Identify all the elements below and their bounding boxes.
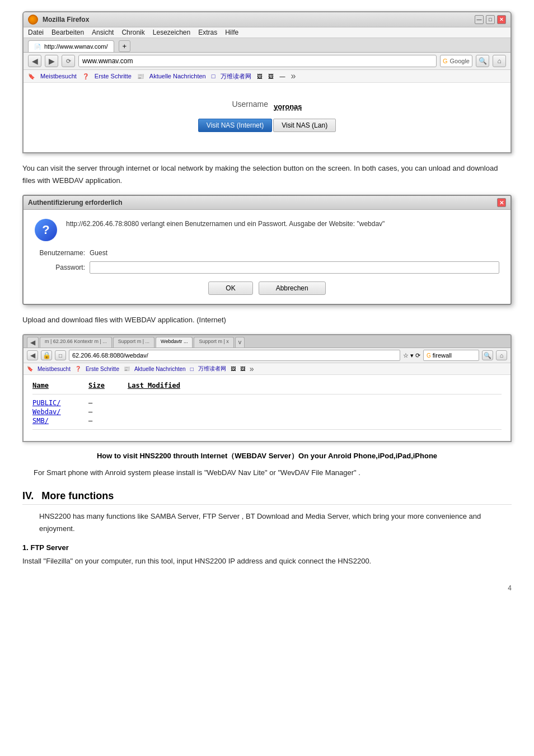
webdav-bm-wanwei-text[interactable]: 万维读者网 [198,365,226,373]
forward-button[interactable]: ▶ [45,55,58,67]
dialog-titlebar: Authentifizierung erforderlich ✕ [24,196,510,210]
webdav-back-button[interactable]: ◀ [27,350,38,360]
tab-label-1: http://www.wwnav.com/ [44,43,108,50]
row-webdav-name[interactable]: Webdav/ [32,408,77,416]
username-label: Username [232,100,268,109]
table-divider [32,394,502,395]
reload-button[interactable]: ⟳ [62,55,75,67]
webdav-home-button[interactable]: ⌂ [496,350,507,360]
maximize-button[interactable]: □ [486,15,495,24]
webdav-tab-1[interactable]: m | 62.20.66 Kontextr m | ... [40,337,112,348]
row-smb-name[interactable]: SMB/ [32,417,77,425]
toolbar-1: ◀ ▶ ⟳ G Google 🔍 ⌂ [24,53,510,70]
webdav-tab-2[interactable]: Support m | ... [113,337,154,348]
section-iv-body: HNS2200 has many functions like SAMBA Se… [39,510,512,535]
ok-button[interactable]: OK [208,281,252,295]
back-button[interactable]: ◀ [28,55,41,67]
menu-lesezeichen[interactable]: Lesezeichen [153,29,190,36]
webdav-bm-erste[interactable]: Erste Schritte [86,366,119,372]
intro-text: You can visit the server through interne… [22,162,512,187]
table-row: PUBLIC/ – [32,399,502,407]
search-button[interactable]: 🔍 [476,55,489,67]
visit-internet-button[interactable]: Visit NAS (Internet) [198,119,272,132]
webdav-tab-back[interactable]: ◀ [27,337,39,348]
dialog-buttons: OK Abbrechen [35,281,499,295]
firefox-icon [28,15,38,25]
new-tab-button[interactable]: + [119,40,131,52]
webdav-nachrichten-icon: 📰 [124,366,130,372]
subsection-1-body: Install "Filezilla" on your computer, ru… [22,555,512,567]
webdav-tab-icon: □ [55,350,66,360]
menu-hilfe[interactable]: Hilfe [225,29,238,36]
col-size-header: Size [88,382,116,389]
bookmark-dash: — [279,73,285,79]
menu-datei[interactable]: Datei [28,29,44,36]
webdav-bm-wanwei[interactable]: □ [190,366,194,372]
username-field-row: Benutzername: Guest [35,249,499,257]
webdav-content: Name Size Last Modified PUBLIC/ – Webdav… [24,375,510,441]
dialog-fields: Benutzername: Guest Passwort: [35,249,499,274]
refresh-icon: ⟳ [415,352,420,359]
menu-extras[interactable]: Extras [198,29,217,36]
webdav-bookmarks-bar: 🔖 Meistbesucht ❓ Erste Schritte 📰 Aktuel… [24,363,510,375]
subsection-1-title: FTP Server [30,543,68,552]
section-iv-title: More functions [41,490,114,502]
dialog-title: Authentifizierung erforderlich [28,199,123,206]
home-button[interactable]: ⌂ [493,55,506,67]
close-button[interactable]: ✕ [497,15,506,24]
minimize-button[interactable]: — [475,15,484,24]
webdav-tab-3[interactable]: Webdavtr ... [156,337,193,348]
col-name-header: Name [32,382,77,389]
nachrichten-icon: 📰 [137,73,144,79]
cancel-button[interactable]: Abbrechen [259,281,326,295]
row-public-size: – [88,399,116,407]
menu-ansicht[interactable]: Ansicht [92,29,114,36]
dialog-close-button[interactable]: ✕ [497,198,506,207]
bookmark-meistbesucht[interactable]: Meistbesucht [40,73,77,79]
webdav-bm-img1: 🖼 [231,366,236,372]
menu-bar-1: Datei Bearbeiten Ansicht Chronik Lesezei… [24,27,510,38]
webdav-bm-nachrichten[interactable]: Aktuelle Nachrichten [134,366,186,372]
webdav-tab-more[interactable]: v [235,337,245,348]
page-number: 4 [22,584,512,592]
bookmark-nachrichten[interactable]: Aktuelle Nachrichten [149,73,206,79]
webdav-address-bar[interactable] [69,350,400,361]
row-smb-size: – [88,417,116,425]
browser-content-1: Username yoronas Visit NAS (Internet) Vi… [24,83,510,152]
password-field-label: Passwort: [35,264,85,271]
subsection-1-num: 1. [22,543,29,552]
webdav-bm-img2: 🖼 [240,366,245,372]
webdav-bm-icon: 🔖 [27,366,33,372]
webdav-bm-more[interactable]: » [250,364,254,373]
section-iv-num: IV. [22,490,34,502]
browser-tab-1[interactable]: 📄 http://www.wwnav.com/ [28,40,114,52]
username-value: yoronas [274,102,302,111]
bookmark-wanwei[interactable]: □ [212,73,216,79]
webdav-search-box[interactable]: G firewall [423,350,479,361]
webdav-search-engine-icon: G [427,353,431,359]
bookmark-img1: 🖼 [257,73,263,79]
bookmark-erste-schritte[interactable]: Erste Schritte [95,73,132,79]
visit-lan-button[interactable]: Visit NAS (Lan) [273,119,336,132]
address-bar-1[interactable] [78,55,437,67]
menu-bearbeiten[interactable]: Bearbeiten [51,29,84,36]
webdav-bm-meistbesucht[interactable]: Meistbesucht [38,366,71,372]
bookmark-icon: 🔖 [28,73,35,79]
page-icon: 📄 [34,44,41,50]
webdav-toolbar-icons: ☆ ▾ ⟳ [403,352,420,359]
upload-text: Upload and download files with WEBDAV ap… [22,314,512,326]
erste-schritte-icon: ❓ [82,73,89,79]
webdav-erste-icon: ❓ [75,366,81,372]
auth-dialog: Authentifizierung erforderlich ✕ ? http:… [22,195,512,305]
username-field-value: Guest [90,249,107,257]
bookmarks-more-button[interactable]: » [291,71,296,81]
dialog-message: http://62.206.46.78:8080 verlangt einen … [66,219,385,229]
password-input[interactable] [90,261,499,274]
search-box-1[interactable]: G Google [440,55,472,67]
row-public-name[interactable]: PUBLIC/ [32,399,77,407]
webdav-tab-4[interactable]: Support m | x [194,337,233,348]
webdav-search-button[interactable]: 🔍 [482,350,493,360]
browser-window-1: Mozilla Firefox — □ ✕ Datei Bearbeiten A… [22,11,512,153]
menu-chronik[interactable]: Chronik [121,29,144,36]
bookmark-wanwei-text[interactable]: 万维读者网 [221,72,251,81]
